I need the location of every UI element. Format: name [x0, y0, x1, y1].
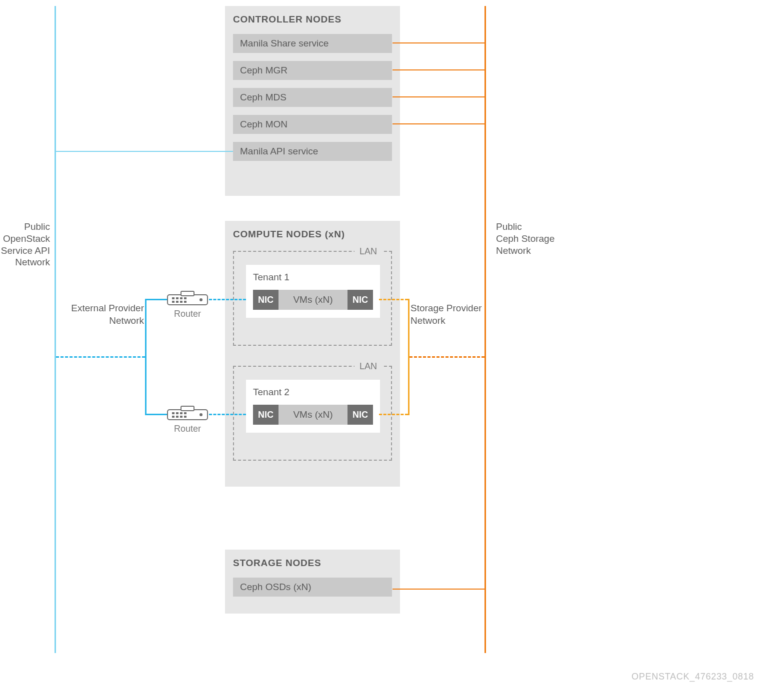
svg-point-10 — [200, 298, 202, 301]
storage-net-stub — [410, 356, 484, 358]
tenant-2-nic-left: NIC — [253, 405, 278, 425]
svg-rect-20 — [184, 416, 186, 418]
controller-nodes-panel: CONTROLLER NODES Manila Share service Ce… — [225, 6, 400, 196]
svc-manila-share: Manila Share service — [233, 34, 392, 53]
router-icon — [166, 405, 209, 422]
conn-manila-api — [56, 151, 233, 152]
svg-rect-1 — [181, 291, 194, 296]
svc-ceph-mgr: Ceph MGR — [233, 61, 392, 80]
conn-ceph-mds — [392, 96, 484, 97]
tenant-1-box: Tenant 1 NIC VMs (xN) NIC — [246, 265, 380, 318]
lan-box-1: LAN Tenant 1 NIC VMs (xN) NIC — [233, 251, 392, 346]
svg-rect-17 — [172, 416, 174, 418]
public-api-network-rail — [54, 6, 56, 653]
svc-ceph-mon: Ceph MON — [233, 115, 392, 134]
diagram-canvas: Public OpenStack Service API Network Pub… — [0, 0, 760, 700]
nic2-right-out — [379, 414, 408, 415]
svg-rect-7 — [176, 301, 178, 303]
svg-rect-5 — [184, 297, 186, 299]
svg-rect-16 — [184, 412, 186, 414]
compute-nodes-panel: COMPUTE NODES (xN) LAN Tenant 1 NIC VMs … — [225, 221, 400, 487]
conn-ceph-osds — [392, 589, 484, 590]
tenant-1-nic-left: NIC — [253, 290, 278, 310]
ext-net-branch-top — [145, 299, 167, 300]
svg-rect-3 — [176, 297, 178, 299]
router-2-label: Router — [166, 424, 209, 434]
router-icon — [166, 290, 209, 307]
tenant-2-title: Tenant 2 — [253, 387, 373, 398]
svg-rect-6 — [172, 301, 174, 303]
svg-rect-8 — [180, 301, 182, 303]
nic1-right-out — [379, 299, 408, 300]
svg-rect-2 — [172, 297, 174, 299]
svg-rect-14 — [176, 412, 178, 414]
tenant-1-nic-right: NIC — [348, 290, 373, 310]
public-ceph-network-rail — [484, 6, 486, 653]
svg-rect-9 — [184, 301, 186, 303]
svc-manila-api: Manila API service — [233, 142, 392, 161]
router1-to-nic — [209, 299, 246, 300]
svg-rect-4 — [180, 297, 182, 299]
tenant-1-vms: VMs (xN) — [278, 294, 348, 305]
tenant-1-vm-row: NIC VMs (xN) NIC — [253, 290, 373, 310]
lan-tag-1: LAN — [354, 246, 382, 257]
ext-net-trunk — [145, 299, 146, 415]
lan-tag-2: LAN — [354, 361, 382, 372]
router-2: Router — [166, 405, 209, 434]
svg-rect-15 — [180, 412, 182, 414]
conn-ceph-mgr — [392, 69, 484, 70]
diagram-footer-id: OPENSTACK_476233_0818 — [632, 672, 754, 682]
tenant-2-vm-row: NIC VMs (xN) NIC — [253, 405, 373, 425]
tenant-1-title: Tenant 1 — [253, 272, 373, 283]
controller-title: CONTROLLER NODES — [233, 14, 392, 25]
router2-to-nic — [209, 414, 246, 415]
right-rail-label: Public Ceph Storage Network — [496, 221, 554, 256]
storage-nodes-panel: STORAGE NODES Ceph OSDs (xN) — [225, 550, 400, 614]
conn-ceph-mon — [392, 123, 484, 124]
left-rail-label: Public OpenStack Service API Network — [1, 221, 50, 268]
conn-manila-share-ceph — [392, 42, 484, 43]
ext-net-branch-bot — [145, 414, 167, 415]
amber-cap-top — [407, 299, 410, 300]
storage-provider-label: Storage Provider Network — [410, 302, 482, 327]
compute-title: COMPUTE NODES (xN) — [233, 229, 392, 240]
storage-title: STORAGE NODES — [233, 558, 392, 569]
svc-ceph-osds: Ceph OSDs (xN) — [233, 578, 392, 597]
svg-rect-19 — [180, 416, 182, 418]
amber-cap-bot — [407, 414, 410, 415]
external-provider-label: External Provider Network — [71, 302, 144, 327]
tenant-2-nic-right: NIC — [348, 405, 373, 425]
ext-net-stub — [56, 356, 145, 358]
router-1: Router — [166, 290, 209, 319]
svg-rect-18 — [176, 416, 178, 418]
svg-rect-13 — [172, 412, 174, 414]
router-1-label: Router — [166, 309, 209, 319]
svg-rect-12 — [181, 406, 194, 411]
tenant-2-vms: VMs (xN) — [278, 409, 348, 420]
lan-box-2: LAN Tenant 2 NIC VMs (xN) NIC — [233, 366, 392, 461]
svc-ceph-mds: Ceph MDS — [233, 88, 392, 107]
svg-point-21 — [200, 413, 202, 416]
tenant-2-box: Tenant 2 NIC VMs (xN) NIC — [246, 380, 380, 433]
